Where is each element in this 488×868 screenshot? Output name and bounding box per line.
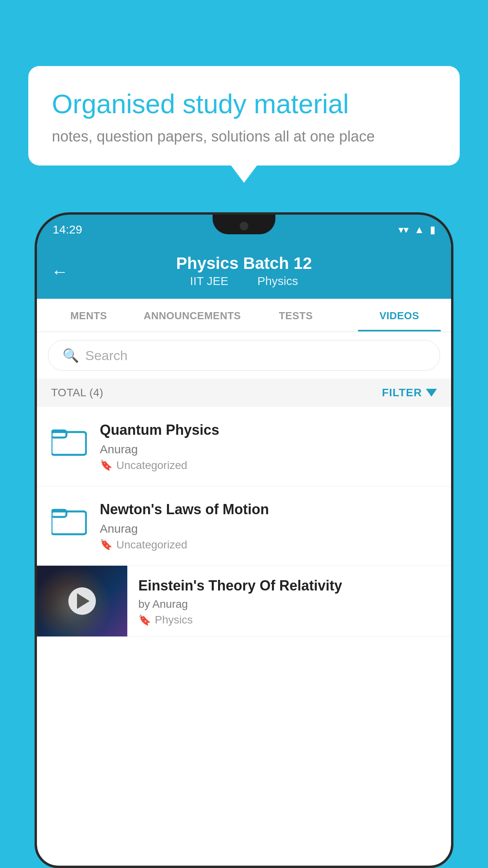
tab-videos[interactable]: VIDEOS (348, 299, 451, 331)
header-subtitle-physics: Physics (257, 274, 298, 287)
folder-icon (51, 504, 87, 536)
notch (213, 215, 275, 234)
tag-icon: 🔖 (100, 539, 112, 551)
video-info: Quantum Physics Anurag 🔖 Uncategorized (100, 421, 438, 472)
video-tag: 🔖 Uncategorized (100, 459, 438, 472)
list-item[interactable]: Quantum Physics Anurag 🔖 Uncategorized (37, 407, 451, 486)
status-time: 14:29 (53, 223, 82, 236)
wifi-icon: ▾▾ (398, 224, 409, 236)
app-header: ← Physics Batch 12 IIT JEE Physics (37, 245, 451, 299)
video-title: Newton's Laws of Motion (100, 500, 438, 519)
video-info: Newton's Laws of Motion Anurag 🔖 Uncateg… (100, 500, 438, 551)
video-icon-container (50, 500, 89, 540)
bubble-title: Organised study material (52, 88, 436, 120)
video-info: Einstein's Theory Of Relativity by Anura… (127, 566, 451, 634)
video-author: Anurag (100, 522, 438, 535)
tag-label: Physics (155, 614, 193, 626)
search-placeholder: Search (85, 348, 128, 363)
list-item[interactable]: Newton's Laws of Motion Anurag 🔖 Uncateg… (37, 486, 451, 566)
signal-icon: ▲ (414, 224, 424, 236)
content-area: Quantum Physics Anurag 🔖 Uncategorized (37, 407, 451, 637)
camera-dot (240, 222, 248, 230)
filter-label: FILTER (382, 386, 422, 399)
filter-bar: TOTAL (4) FILTER (37, 379, 451, 407)
list-item[interactable]: Einstein's Theory Of Relativity by Anura… (37, 566, 451, 637)
tab-tests[interactable]: TESTS (244, 299, 347, 331)
back-button[interactable]: ← (51, 262, 68, 281)
phone-frame: 14:29 ▾▾ ▲ ▮ ← Physics Batch 12 IIT JEE … (35, 212, 453, 868)
header-title: Physics Batch 12 (53, 254, 435, 273)
filter-button[interactable]: FILTER (382, 386, 437, 399)
filter-icon (426, 389, 437, 397)
speech-bubble: Organised study material notes, question… (28, 66, 460, 166)
status-icons: ▾▾ ▲ ▮ (398, 224, 435, 236)
total-count: TOTAL (4) (51, 386, 103, 399)
play-icon (77, 593, 90, 609)
video-thumbnail (37, 566, 127, 636)
video-author: by Anurag (138, 598, 440, 611)
phone-screen: ← Physics Batch 12 IIT JEE Physics MENTS… (37, 245, 451, 866)
folder-icon (51, 425, 87, 456)
tag-label: Uncategorized (116, 459, 187, 472)
tab-ments[interactable]: MENTS (37, 299, 140, 331)
video-tag: 🔖 Physics (138, 614, 440, 626)
tag-icon: 🔖 (138, 614, 151, 626)
search-icon: 🔍 (62, 348, 79, 363)
tab-announcements[interactable]: ANNOUNCEMENTS (140, 299, 244, 331)
video-title: Einstein's Theory Of Relativity (138, 577, 440, 595)
video-author: Anurag (100, 443, 438, 456)
bubble-subtitle: notes, question papers, solutions all at… (52, 128, 436, 145)
svg-rect-0 (51, 432, 86, 455)
tag-label: Uncategorized (116, 539, 187, 551)
tabs-bar: MENTS ANNOUNCEMENTS TESTS VIDEOS (37, 299, 451, 332)
video-icon-container (50, 421, 89, 460)
video-title: Quantum Physics (100, 421, 438, 440)
status-bar: 14:29 ▾▾ ▲ ▮ (37, 215, 451, 245)
battery-icon: ▮ (430, 224, 435, 236)
search-container: 🔍 Search (37, 332, 451, 379)
tag-icon: 🔖 (100, 459, 112, 471)
header-subtitle-iitjee: IIT JEE (190, 274, 229, 287)
video-tag: 🔖 Uncategorized (100, 539, 438, 551)
play-button[interactable] (68, 587, 96, 615)
header-subtitle: IIT JEE Physics (53, 274, 435, 288)
search-bar[interactable]: 🔍 Search (48, 340, 440, 371)
svg-rect-2 (51, 511, 86, 534)
